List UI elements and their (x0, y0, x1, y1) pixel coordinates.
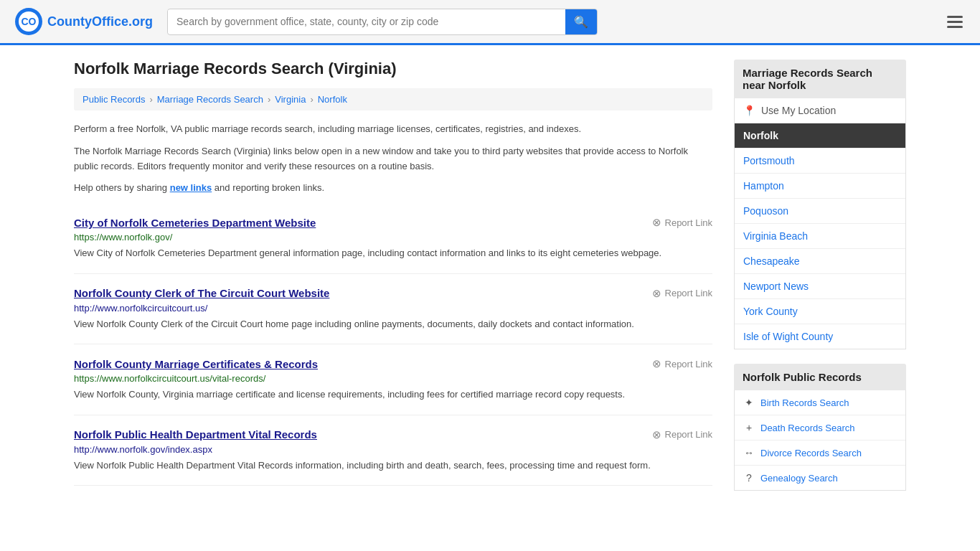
pr-label: Divorce Records Search (760, 448, 862, 458)
breadcrumb: Public Records › Marriage Records Search… (74, 88, 712, 110)
public-records-header: Norfolk Public Records (734, 364, 906, 390)
description-3: Help others by sharing new links and rep… (74, 181, 712, 196)
sidebar: Marriage Records Search near Norfolk 📍Us… (734, 60, 906, 505)
sidebar-item-poquoson[interactable]: Poquoson (735, 199, 905, 224)
result-desc: View Norfolk County, Virginia marriage c… (74, 387, 712, 402)
report-label: Report Link (665, 288, 712, 298)
result-header: Norfolk County Clerk of The Circuit Cour… (74, 287, 712, 300)
sidebar-item-newport-news[interactable]: Newport News (735, 274, 905, 299)
sidebar-item-genealogy-search[interactable]: ?Genealogy Search (735, 466, 905, 490)
search-bar: 🔍 (167, 9, 598, 35)
pr-icon: ✦ (743, 397, 755, 408)
breadcrumb-public-records[interactable]: Public Records (83, 94, 145, 105)
main-content: Norfolk Marriage Records Search (Virgini… (74, 60, 712, 505)
result-title[interactable]: Norfolk County Marriage Certificates & R… (74, 358, 318, 370)
description-2: The Norfolk Marriage Records Search (Vir… (74, 144, 712, 174)
breadcrumb-norfolk[interactable]: Norfolk (318, 94, 347, 105)
nearby-list: 📍Use My LocationNorfolkPortsmouthHampton… (734, 98, 906, 349)
page-title: Norfolk Marriage Records Search (Virgini… (74, 60, 712, 78)
sidebar-item-death-records-search[interactable]: +Death Records Search (735, 415, 905, 441)
report-link[interactable]: ⊗ Report Link (652, 357, 712, 370)
result-title[interactable]: Norfolk Public Health Department Vital R… (74, 428, 317, 441)
sidebar-item-divorce-records-search[interactable]: ↔Divorce Records Search (735, 441, 905, 466)
sidebar-item-label: Newport News (743, 281, 809, 292)
report-link[interactable]: ⊗ Report Link (652, 428, 712, 441)
result-url[interactable]: https://www.norfolk.gov/ (74, 232, 712, 242)
sidebar-item-york-county[interactable]: York County (735, 299, 905, 324)
sidebar-item-label: Virginia Beach (743, 230, 808, 242)
pr-icon: ? (743, 472, 755, 484)
sidebar-item-chesapeake[interactable]: Chesapeake (735, 249, 905, 274)
sidebar-item-label: Portsmouth (743, 155, 795, 166)
public-records-section: Norfolk Public Records ✦Birth Records Se… (734, 364, 906, 491)
sidebar-item-norfolk[interactable]: Norfolk (735, 123, 905, 149)
logo-text: CountyOffice.org (47, 14, 153, 29)
result-desc: View Norfolk County Clerk of the Circuit… (74, 317, 712, 331)
report-icon: ⊗ (652, 357, 661, 370)
menu-icon[interactable] (944, 13, 966, 31)
sidebar-item-label: Poquoson (743, 205, 788, 217)
report-label: Report Link (665, 217, 712, 228)
result-title[interactable]: City of Norfolk Cemeteries Department We… (74, 217, 316, 229)
result-desc: View City of Norfolk Cemeteries Departme… (74, 246, 712, 260)
report-link[interactable]: ⊗ Report Link (652, 216, 712, 229)
report-icon: ⊗ (652, 216, 661, 229)
sidebar-item-birth-records-search[interactable]: ✦Birth Records Search (735, 390, 905, 415)
description-1: Perform a free Norfolk, VA public marria… (74, 122, 712, 137)
sidebar-item-use-my-location[interactable]: 📍Use My Location (735, 98, 905, 123)
sidebar-item-isle-of-wight-county[interactable]: Isle of Wight County (735, 324, 905, 349)
report-link[interactable]: ⊗ Report Link (652, 287, 712, 300)
result-url[interactable]: http://www.norfolk.gov/index.aspx (74, 444, 712, 455)
page-container: Norfolk Marriage Records Search (Virgini… (60, 45, 920, 519)
result-url[interactable]: https://www.norfolkcircuitcourt.us/vital… (74, 373, 712, 384)
sidebar-item-label: Chesapeake (743, 255, 800, 267)
result-item: Norfolk County Marriage Certificates & R… (74, 344, 712, 415)
search-button[interactable]: 🔍 (565, 9, 597, 34)
pr-label: Genealogy Search (760, 473, 838, 484)
result-item: City of Norfolk Cemeteries Department We… (74, 203, 712, 274)
breadcrumb-marriage-records[interactable]: Marriage Records Search (157, 94, 263, 105)
sidebar-item-label: York County (743, 306, 798, 317)
result-title[interactable]: Norfolk County Clerk of The Circuit Cour… (74, 287, 329, 299)
pr-icon: + (743, 422, 755, 433)
result-url[interactable]: http://www.norfolkcircuitcourt.us/ (74, 303, 712, 314)
nearby-header: Marriage Records Search near Norfolk (734, 60, 906, 98)
sidebar-item-label: Isle of Wight County (743, 331, 833, 342)
result-header: Norfolk Public Health Department Vital R… (74, 428, 712, 441)
svg-text:CO: CO (22, 16, 37, 27)
sidebar-item-label: Use My Location (761, 105, 836, 116)
sidebar-item-label: Hampton (743, 180, 784, 192)
nearby-section: Marriage Records Search near Norfolk 📍Us… (734, 60, 906, 349)
result-desc: View Norfolk Public Health Department Vi… (74, 458, 712, 473)
logo[interactable]: CO CountyOffice.org (14, 7, 153, 36)
report-label: Report Link (665, 429, 712, 440)
public-records-list: ✦Birth Records Search+Death Records Sear… (734, 390, 906, 491)
result-header: City of Norfolk Cemeteries Department We… (74, 216, 712, 229)
sidebar-item-virginia-beach[interactable]: Virginia Beach (735, 224, 905, 249)
report-label: Report Link (665, 359, 712, 369)
sidebar-item-label: Norfolk (743, 130, 778, 141)
pr-label: Birth Records Search (760, 397, 849, 408)
location-icon: 📍 (743, 105, 755, 116)
result-header: Norfolk County Marriage Certificates & R… (74, 357, 712, 370)
pr-label: Death Records Search (760, 423, 855, 433)
result-item: Norfolk Public Health Department Vital R… (74, 415, 712, 486)
results-container: City of Norfolk Cemeteries Department We… (74, 203, 712, 486)
sidebar-item-hampton[interactable]: Hampton (735, 174, 905, 199)
header: CO CountyOffice.org 🔍 (0, 0, 980, 45)
sidebar-item-portsmouth[interactable]: Portsmouth (735, 149, 905, 174)
breadcrumb-virginia[interactable]: Virginia (275, 94, 306, 105)
report-icon: ⊗ (652, 287, 661, 300)
search-input[interactable] (168, 10, 565, 33)
logo-icon: CO (14, 7, 43, 36)
new-links-link[interactable]: new links (170, 182, 212, 193)
report-icon: ⊗ (652, 428, 661, 441)
pr-icon: ↔ (743, 447, 755, 458)
result-item: Norfolk County Clerk of The Circuit Cour… (74, 274, 712, 345)
